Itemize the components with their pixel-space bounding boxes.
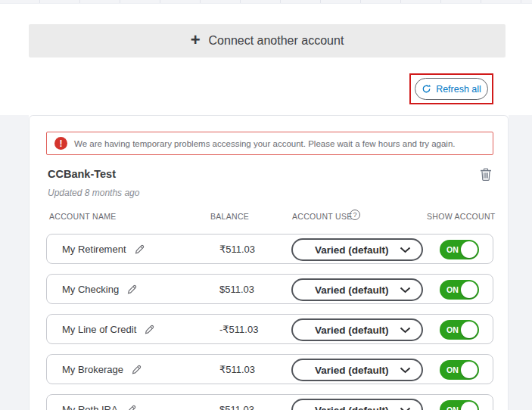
account-use-dropdown[interactable]: Varied (default) — [291, 359, 423, 381]
show-account-toggle[interactable]: ON — [440, 240, 479, 259]
show-account-toggle[interactable]: ON — [440, 360, 479, 380]
trash-icon — [479, 167, 496, 182]
toggle-knob — [461, 241, 478, 258]
pencil-icon — [126, 284, 138, 295]
account-use-help-icon[interactable]: ? — [350, 210, 360, 220]
toggle-on-label: ON — [446, 365, 459, 374]
toggle-knob — [461, 281, 478, 298]
account-use-dropdown[interactable]: Varied (default) — [291, 399, 423, 410]
account-name-cell: My Checking — [62, 275, 138, 303]
account-row: My Roth IRA $511.03 Varied (default) — [46, 394, 493, 410]
account-use-dropdown[interactable]: Varied (default) — [291, 278, 423, 301]
toggle-knob — [461, 362, 478, 378]
account-use-dropdown[interactable]: Varied (default) — [291, 238, 423, 261]
edit-account-name-button[interactable] — [134, 244, 145, 255]
toggle-knob — [461, 321, 478, 338]
page-gutter-left — [0, 115, 29, 410]
refresh-all-label: Refresh all — [436, 84, 481, 95]
account-row: My Retirement ₹511.03 Varied (default) — [46, 234, 493, 264]
edit-account-name-button[interactable] — [144, 324, 155, 335]
toggle-on-label: ON — [446, 325, 459, 334]
header-account-use: ACCOUNT USE — [292, 212, 353, 221]
chevron-down-icon — [400, 287, 411, 294]
top-strip — [0, 0, 532, 4]
pencil-icon — [144, 324, 155, 335]
account-name-cell: My Roth IRA — [62, 395, 137, 410]
alert-exclamation-icon: ! — [54, 137, 67, 150]
chevron-down-icon — [400, 407, 411, 410]
account-name-label: My Checking — [62, 284, 119, 295]
pencil-icon — [134, 244, 145, 255]
account-name-label: My Retirement — [62, 244, 126, 255]
account-balance: -₹511.03 — [219, 315, 258, 343]
account-name-label: My Brokerage — [62, 364, 123, 375]
pencil-icon — [126, 404, 137, 410]
chevron-down-icon — [400, 247, 411, 253]
chevron-down-icon — [400, 367, 411, 374]
connect-another-account-button[interactable]: + Connect another account — [29, 24, 506, 57]
header-balance: BALANCE — [210, 212, 249, 221]
header-show-account: SHOW ACCOUNT — [427, 212, 496, 221]
annotation-highlight-box: Refresh all — [409, 73, 493, 104]
page-gutter-right — [509, 115, 532, 410]
account-name-cell: My Line of Credit — [62, 315, 155, 343]
show-account-toggle[interactable]: ON — [440, 400, 479, 410]
account-balance: $511.03 — [219, 395, 254, 410]
edit-account-name-button[interactable] — [126, 404, 137, 410]
account-use-value: Varied (default) — [315, 405, 389, 410]
accounts-panel: ! We are having temporary problems acces… — [29, 115, 509, 410]
account-use-value: Varied (default) — [315, 244, 389, 256]
alert-message: We are having temporary problems accessi… — [74, 139, 456, 148]
account-use-value: Varied (default) — [315, 325, 389, 336]
account-name-cell: My Brokerage — [62, 355, 142, 384]
chevron-down-icon — [400, 327, 411, 334]
account-use-value: Varied (default) — [315, 284, 389, 296]
account-use-dropdown[interactable]: Varied (default) — [291, 318, 423, 341]
last-updated-text: Updated 8 months ago — [48, 188, 139, 198]
account-balance: $511.03 — [219, 275, 254, 303]
account-balance: ₹511.03 — [219, 235, 255, 263]
edit-account-name-button[interactable] — [126, 284, 138, 295]
toggle-on-label: ON — [446, 405, 459, 410]
account-name-label: My Line of Credit — [62, 324, 136, 335]
header-account-name: ACCOUNT NAME — [49, 212, 117, 221]
pencil-icon — [131, 364, 142, 375]
show-account-toggle[interactable]: ON — [440, 280, 479, 300]
account-name-cell: My Retirement — [62, 235, 145, 263]
delete-bank-button[interactable] — [479, 166, 496, 182]
alert-banner: ! We are having temporary problems acces… — [46, 132, 493, 155]
toggle-knob — [461, 402, 478, 410]
account-rows: My Retirement ₹511.03 Varied (default) — [46, 234, 493, 410]
edit-account-name-button[interactable] — [131, 364, 142, 375]
refresh-all-button[interactable]: Refresh all — [415, 78, 488, 100]
account-name-label: My Roth IRA — [62, 404, 118, 410]
bank-name: CCBank-Test — [48, 168, 116, 180]
toggle-on-label: ON — [446, 245, 459, 254]
plus-icon: + — [191, 32, 201, 48]
account-row: My Line of Credit -₹511.03 Varied (defau… — [46, 314, 493, 344]
refresh-icon — [422, 84, 431, 94]
account-row: My Brokerage ₹511.03 Varied (default) — [46, 354, 493, 384]
show-account-toggle[interactable]: ON — [440, 320, 479, 340]
account-balance: ₹511.03 — [219, 355, 255, 384]
toggle-on-label: ON — [446, 285, 459, 294]
account-row: My Checking $511.03 Varied (default) — [46, 274, 493, 304]
account-use-value: Varied (default) — [315, 365, 389, 376]
connect-another-account-label: Connect another account — [209, 34, 344, 48]
